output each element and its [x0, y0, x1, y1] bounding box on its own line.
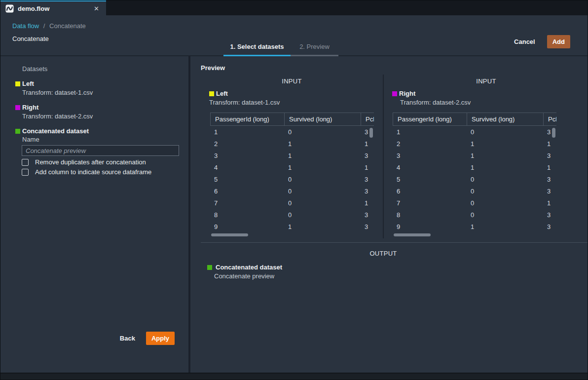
table-cell: 1 [284, 140, 361, 148]
table-row: 411 [393, 161, 556, 173]
table-row: 913 [210, 221, 374, 232]
preview-heading: Preview [201, 64, 588, 72]
table-cell: 4 [210, 164, 284, 171]
add-column-row: Add column to indicate source dataframe [22, 168, 188, 176]
left-dataset-swatch [15, 81, 20, 86]
tab-title: demo.flow [18, 5, 49, 12]
right-dataset-swatch [15, 105, 20, 110]
table-cell: 6 [393, 188, 467, 195]
table-cell: 9 [393, 223, 467, 230]
horizontal-scrollbar[interactable] [394, 233, 431, 236]
left-table-rows: 103211313411503603701803913 [210, 126, 374, 232]
table-cell: 8 [210, 211, 284, 219]
table-cell: 3 [543, 223, 556, 230]
dataset-item-concatenated: Concatenated dataset [15, 127, 188, 135]
page-header: Data flow / Concatenate Concatenate 1. S… [0, 15, 588, 56]
io-wrap: INPUT Left Transform: dataset-1.csv Pass… [201, 75, 588, 280]
table-row: 313 [210, 150, 374, 161]
add-button[interactable]: Add [547, 35, 570, 48]
table-cell: 0 [284, 128, 361, 136]
table-cell: 1 [361, 199, 374, 207]
table-cell: 2 [210, 140, 284, 148]
breadcrumb-data-flow-link[interactable]: Data flow [12, 22, 39, 30]
back-button[interactable]: Back [120, 335, 135, 342]
name-input[interactable] [22, 145, 179, 156]
table-cell: 2 [393, 140, 467, 148]
tab-bar: demo.flow ✕ [0, 0, 588, 15]
tab-preview[interactable]: 2. Preview [291, 39, 338, 56]
table-cell: 0 [284, 176, 361, 183]
header-actions: Cancel Add [514, 35, 570, 48]
concatenated-dataset-label: Concatenated dataset [22, 127, 89, 135]
table-cell: 1 [543, 140, 556, 148]
table-cell: 3 [543, 188, 556, 195]
add-column-label: Add column to indicate source dataframe [35, 168, 151, 176]
dataset-item-right: Right [15, 104, 188, 111]
table-cell: 1 [284, 223, 361, 230]
left-data-table: PassengerId (long) Survived (long) Pclas… [210, 113, 374, 237]
table-cell: 3 [361, 176, 374, 183]
column-header-passengerid: PassengerId (long) [210, 113, 284, 125]
right-table-header: PassengerId (long) Survived (long) Pclas… [393, 113, 556, 126]
table-cell: 8 [393, 211, 467, 219]
table-row: 313 [393, 150, 556, 161]
right-table-swatch [392, 91, 397, 96]
table-row: 503 [393, 173, 556, 185]
table-cell: 1 [543, 199, 556, 207]
table-cell: 0 [467, 176, 543, 183]
table-cell: 1 [467, 140, 543, 148]
step-tabs: 1. Select datasets 2. Preview [223, 39, 338, 56]
right-table-inner: PassengerId (long) Survived (long) Pclas… [393, 113, 556, 232]
output-dataset-label: Concatenated dataset [216, 264, 282, 271]
left-table-dataset: Left [209, 90, 383, 97]
input-label-right: INPUT [392, 75, 581, 85]
table-cell: 7 [393, 199, 467, 207]
remove-duplicates-row: Remove duplicates after concatenation [22, 158, 188, 166]
vertical-scrollbar[interactable] [552, 128, 555, 138]
page-title: Concatenate [12, 35, 49, 42]
column-header-pclass: Pclass (long) [543, 113, 556, 125]
column-header-passengerid: PassengerId (long) [393, 113, 467, 125]
table-cell: 9 [210, 223, 284, 230]
right-table-label: Right [399, 90, 415, 97]
table-cell: 0 [467, 188, 543, 195]
table-cell: 1 [467, 164, 543, 171]
column-header-pclass: Pclass (long) [361, 113, 374, 125]
add-column-checkbox[interactable] [22, 169, 29, 176]
table-cell: 3 [361, 223, 374, 230]
table-cell: 0 [467, 211, 543, 219]
input-section-left: INPUT Left Transform: dataset-1.csv Pass… [201, 75, 384, 238]
table-cell: 3 [543, 152, 556, 159]
tab-select-datasets[interactable]: 1. Select datasets [223, 39, 291, 56]
table-row: 103 [393, 126, 556, 138]
table-row: 211 [210, 138, 374, 150]
tab-demo-flow[interactable]: demo.flow ✕ [0, 0, 106, 15]
close-icon[interactable]: ✕ [92, 5, 101, 12]
table-row: 103 [210, 126, 374, 138]
table-row: 803 [393, 209, 556, 221]
cancel-button[interactable]: Cancel [514, 38, 535, 45]
table-cell: 1 [361, 140, 374, 148]
output-dataset-swatch [207, 265, 212, 270]
status-bar [0, 373, 588, 380]
right-data-table: PassengerId (long) Survived (long) Pclas… [393, 113, 556, 237]
table-row: 211 [393, 138, 556, 150]
left-table-transform: Transform: dataset-1.csv [209, 99, 383, 106]
horizontal-scrollbar[interactable] [211, 233, 248, 236]
table-cell: 1 [467, 152, 543, 159]
table-cell: 3 [543, 211, 556, 219]
input-section-right: INPUT Right Transform: dataset-2.csv Pas… [384, 75, 581, 238]
body: Datasets Left Transform: dataset-1.csv R… [0, 56, 588, 373]
table-cell: 3 [210, 152, 284, 159]
table-row: 803 [210, 209, 374, 221]
table-row: 503 [210, 173, 374, 185]
data-flow-icon [5, 4, 14, 13]
vertical-scrollbar[interactable] [369, 128, 373, 138]
left-table-inner: PassengerId (long) Survived (long) Pclas… [210, 113, 374, 232]
table-cell: 1 [467, 223, 543, 230]
remove-duplicates-checkbox[interactable] [22, 159, 29, 166]
right-dataset-label: Right [22, 104, 38, 111]
right-table-transform: Transform: dataset-2.csv [400, 99, 581, 106]
apply-button[interactable]: Apply [146, 332, 175, 345]
table-cell: 5 [210, 176, 284, 183]
